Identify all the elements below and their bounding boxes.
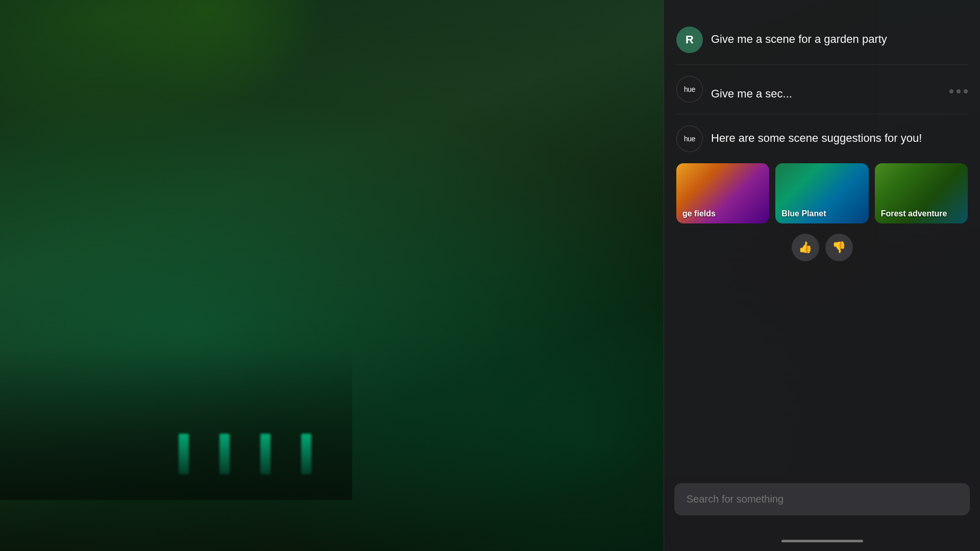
teal-light-2	[219, 434, 230, 474]
search-input[interactable]	[674, 483, 970, 515]
teal-light-3	[260, 434, 271, 474]
chat-area: R Give me a scene for a garden party hue…	[664, 0, 980, 476]
thumbs-up-icon: 👍	[798, 241, 812, 254]
hue-message-text-2: Here are some scene suggestions for you!	[711, 126, 922, 146]
card-partial-label: ge fields	[682, 209, 763, 218]
thumbs-down-button[interactable]: 👎	[825, 234, 853, 261]
thumbs-down-icon: 👎	[832, 241, 846, 254]
home-bar	[781, 540, 863, 542]
bg-foliage	[0, 0, 347, 179]
feedback-row: 👍 👎	[676, 223, 968, 266]
scene-card-blue-planet[interactable]: Blue Planet	[775, 163, 868, 223]
chat-panel: R Give me a scene for a garden party hue…	[664, 0, 980, 551]
thumbs-up-button[interactable]: 👍	[792, 234, 819, 261]
card-forest-label: Forest adventure	[881, 209, 962, 218]
loading-dots	[949, 89, 968, 93]
message-row-hue-1: hue Give me a sec...	[676, 65, 968, 114]
suggestions-section: hue Here are some scene suggestions for …	[676, 114, 968, 266]
dot-2	[957, 89, 961, 93]
bg-building	[0, 347, 352, 500]
hue-avatar-1: hue	[676, 76, 703, 103]
message-row-user: R Give me a scene for a garden party	[676, 15, 968, 65]
home-indicator-bar	[664, 531, 980, 551]
user-message-text: Give me a scene for a garden party	[711, 27, 887, 47]
scene-card-partial[interactable]: ge fields	[676, 163, 769, 223]
dot-3	[964, 89, 968, 93]
card-blue-label: Blue Planet	[781, 209, 862, 218]
teal-light-1	[179, 434, 189, 474]
dot-1	[949, 89, 953, 93]
scene-card-forest-adventure[interactable]: Forest adventure	[875, 163, 968, 223]
hue-avatar-2: hue	[676, 126, 703, 152]
teal-light-4	[301, 434, 311, 474]
chat-scroll-area: R Give me a scene for a garden party hue…	[664, 0, 980, 476]
hue-message-text-1: Give me a sec...	[711, 81, 792, 102]
suggestions-header: hue Here are some scene suggestions for …	[676, 126, 968, 152]
search-area	[664, 476, 980, 531]
scene-cards-container: ge fields Blue Planet Forest adventure	[676, 163, 968, 223]
user-avatar: R	[676, 27, 703, 53]
